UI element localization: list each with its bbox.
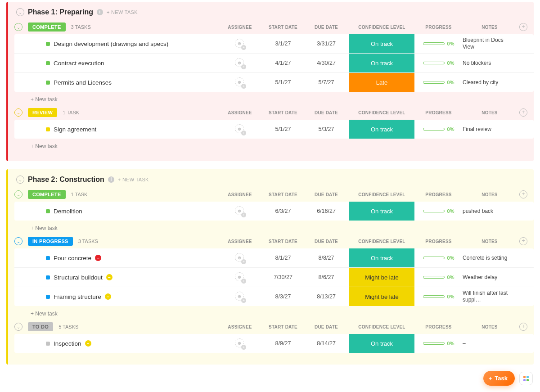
progress-cell[interactable]: 0% — [417, 60, 460, 66]
progress-cell[interactable]: 0% — [417, 255, 460, 261]
notes-cell[interactable]: Blueprint in Docs View — [463, 37, 517, 50]
task-row[interactable]: Design development (drawings and specs)☻… — [14, 34, 534, 54]
confidence-cell[interactable]: Might be late — [349, 268, 414, 287]
progress-cell[interactable]: 0% — [417, 294, 460, 299]
assignee-avatar[interactable]: ☻+ — [235, 272, 245, 282]
assignee-avatar[interactable]: ☻+ — [235, 124, 245, 134]
task-row[interactable]: Structural buildout–☻+7/30/278/6/27Might… — [14, 268, 534, 287]
assignee-avatar[interactable]: ☻+ — [235, 292, 245, 302]
confidence-cell[interactable]: On track — [349, 334, 414, 353]
task-name-cell[interactable]: Contract execution — [28, 60, 217, 67]
confidence-cell[interactable]: On track — [349, 120, 414, 139]
notes-cell[interactable]: Will finish after last suppl… — [463, 290, 517, 303]
start-date[interactable]: 7/30/27 — [263, 274, 303, 280]
fab-new-task-button[interactable]: + Task — [483, 371, 515, 386]
due-date[interactable]: 3/31/27 — [306, 41, 346, 47]
info-icon[interactable]: i — [108, 176, 114, 183]
new-task-row[interactable]: + New task — [14, 92, 534, 103]
assignee-avatar[interactable]: ☻+ — [235, 253, 245, 263]
notes-cell[interactable]: pushed back — [463, 208, 517, 215]
start-date[interactable]: 5/1/27 — [263, 79, 303, 86]
status-badge[interactable]: REVIEW — [28, 108, 57, 117]
start-date[interactable]: 4/1/27 — [263, 60, 303, 66]
confidence-cell[interactable]: Might be late — [349, 287, 414, 306]
task-name-cell[interactable]: Pour concrete– — [28, 255, 217, 261]
notes-cell[interactable]: Final review — [463, 126, 517, 133]
due-date[interactable]: 6/16/27 — [306, 208, 346, 214]
new-task-row[interactable]: + New task — [14, 306, 534, 317]
task-name-cell[interactable]: Demolition — [28, 208, 217, 215]
due-date[interactable]: 8/13/27 — [306, 293, 346, 300]
notes-cell[interactable]: No blockers — [463, 60, 517, 67]
add-column-button[interactable]: + — [519, 323, 527, 331]
start-date[interactable]: 8/1/27 — [263, 255, 303, 261]
progress-cell[interactable]: 0% — [417, 275, 460, 280]
progress-cell[interactable]: 0% — [417, 208, 460, 214]
add-column-button[interactable]: + — [519, 23, 527, 31]
info-icon[interactable]: i — [97, 9, 103, 15]
task-row[interactable]: Permits and Licenses☻+5/1/275/7/27Late0%… — [14, 73, 534, 92]
task-name-cell[interactable]: Sign agreement — [28, 126, 217, 133]
chevron-down-icon[interactable]: ⌄ — [16, 8, 24, 16]
chevron-down-icon[interactable]: ⌄ — [14, 190, 22, 198]
due-date[interactable]: 4/30/27 — [306, 60, 346, 66]
chevron-down-icon[interactable]: ⌄ — [14, 23, 22, 31]
assignee-avatar[interactable]: ☻+ — [235, 39, 245, 49]
task-row[interactable]: Pour concrete–☻+8/1/278/8/27On track0%Co… — [14, 248, 534, 268]
fab-apps-button[interactable] — [519, 372, 533, 385]
confidence-cell[interactable]: Late — [349, 73, 414, 92]
confidence-cell[interactable]: On track — [349, 34, 414, 53]
due-date[interactable]: 8/14/27 — [306, 340, 346, 347]
task-name-cell[interactable]: Inspection– — [28, 340, 217, 347]
assignee-avatar[interactable]: ☻+ — [235, 338, 245, 348]
phase-new-task[interactable]: + NEW TASK — [107, 9, 138, 15]
progress-cell[interactable]: 0% — [417, 41, 460, 46]
new-task-row[interactable]: + New task — [14, 221, 534, 231]
start-date[interactable]: 8/9/27 — [263, 340, 303, 347]
assignee-avatar[interactable]: ☻+ — [235, 58, 245, 68]
task-name-cell[interactable]: Structural buildout– — [28, 274, 217, 281]
start-date[interactable]: 8/3/27 — [263, 293, 303, 300]
progress-cell[interactable]: 0% — [417, 126, 460, 132]
phase-new-task[interactable]: + NEW TASK — [118, 177, 149, 182]
chevron-down-icon[interactable]: ⌄ — [14, 108, 22, 117]
assignee-avatar[interactable]: ☻+ — [235, 206, 245, 216]
confidence-cell[interactable]: On track — [349, 54, 414, 72]
progress-cell[interactable]: 0% — [417, 341, 460, 346]
confidence-cell[interactable]: On track — [349, 248, 414, 267]
add-column-button[interactable]: + — [519, 190, 527, 198]
notes-cell[interactable]: – — [463, 340, 517, 347]
task-row[interactable]: Framing structure–☻+8/3/278/13/27Might b… — [14, 287, 534, 306]
due-date[interactable]: 5/3/27 — [306, 126, 346, 132]
chevron-down-icon[interactable]: ⌄ — [14, 237, 22, 245]
assignee-avatar[interactable]: ☻+ — [235, 77, 245, 87]
task-name-cell[interactable]: Design development (drawings and specs) — [28, 41, 217, 47]
progress-cell[interactable]: 0% — [417, 80, 460, 85]
phase-header: ⌄Phase 1: Preparingi+ NEW TASK — [14, 8, 534, 16]
status-badge[interactable]: COMPLETE — [28, 190, 66, 199]
start-date[interactable]: 3/1/27 — [263, 41, 303, 47]
new-task-row[interactable]: + New task — [14, 139, 534, 149]
due-date[interactable]: 5/7/27 — [306, 79, 346, 86]
start-date[interactable]: 6/3/27 — [263, 208, 303, 214]
task-name-cell[interactable]: Framing structure– — [28, 293, 217, 300]
due-date[interactable]: 8/8/27 — [306, 255, 346, 261]
start-date[interactable]: 5/1/27 — [263, 126, 303, 132]
chevron-down-icon[interactable]: ⌄ — [16, 176, 24, 184]
task-row[interactable]: Contract execution☻+4/1/274/30/27On trac… — [14, 54, 534, 73]
notes-cell[interactable]: Cleared by city — [463, 79, 517, 86]
chevron-down-icon[interactable]: ⌄ — [14, 323, 22, 331]
task-name-cell[interactable]: Permits and Licenses — [28, 79, 217, 86]
notes-cell[interactable]: Weather delay — [463, 274, 517, 281]
due-date[interactable]: 8/6/27 — [306, 274, 346, 280]
confidence-cell[interactable]: On track — [349, 202, 414, 221]
notes-cell[interactable]: Concrete is setting — [463, 255, 517, 261]
add-column-button[interactable]: + — [519, 108, 527, 117]
task-row[interactable]: Demolition☻+6/3/276/16/27On track0%pushe… — [14, 202, 534, 221]
status-badge[interactable]: TO DO — [28, 322, 53, 331]
status-badge[interactable]: COMPLETE — [28, 23, 66, 32]
task-row[interactable]: Inspection–☻+8/9/278/14/27On track0%– — [14, 334, 534, 353]
task-row[interactable]: Sign agreement☻+5/1/275/3/27On track0%Fi… — [14, 120, 534, 139]
add-column-button[interactable]: + — [519, 237, 527, 245]
status-badge[interactable]: IN PROGRESS — [28, 237, 73, 246]
